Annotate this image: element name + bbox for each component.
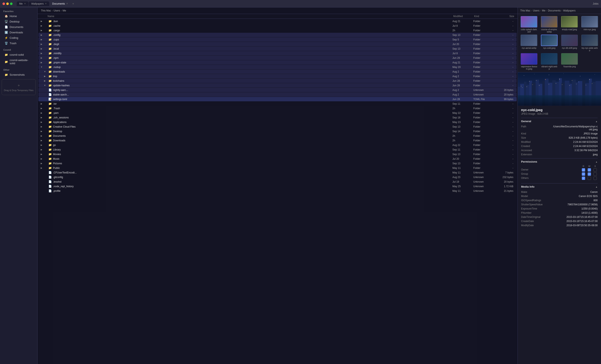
row-expand[interactable]: ▶ (40, 103, 48, 105)
table-row[interactable]: ▶ 📁 Library Sep 11 Folder - (38, 147, 517, 152)
table-row[interactable]: 📄 .gitconfig Aug 23 Unknown 232 bytes (38, 175, 517, 179)
table-row[interactable]: ▶ 📁 Desktop Sep 14 Folder - (38, 129, 517, 134)
table-row[interactable]: ▶ 📁 Documents 2h Folder - (38, 134, 517, 138)
perm-check-w[interactable] (588, 177, 591, 180)
tab-me-close[interactable]: ✕ (24, 2, 26, 5)
row-expand[interactable]: ▶ (40, 121, 48, 123)
row-expand[interactable]: ▶ (40, 139, 48, 142)
sidebar-item-cosmil-solid[interactable]: 📁cosmil-solid (1, 52, 36, 57)
perm-check-r[interactable]: ✓ (582, 168, 585, 172)
row-expand[interactable]: ▶ (40, 125, 48, 128)
table-row[interactable]: ▼ 📁 .rustup May 20 Folder - (38, 65, 517, 69)
general-header[interactable]: General ▲ (521, 118, 598, 125)
table-row[interactable]: ▶ 📁 Downloads 2h Folder - (38, 138, 517, 143)
table-row[interactable]: ▶ 📁 .cargo 2h Folder - (38, 28, 517, 32)
breadcrumb-me[interactable]: Me (63, 9, 66, 12)
table-row[interactable]: 📝 settings.toml Jun 28 TOML File 99 byte… (38, 97, 517, 101)
row-expand[interactable]: ▶ (40, 43, 48, 45)
row-expand[interactable]: ▶ (40, 153, 48, 155)
col-modified-header[interactable]: Modified (453, 15, 474, 18)
row-expand[interactable]: ▶ (40, 116, 48, 119)
wp-bc-me[interactable]: Me (542, 9, 545, 12)
row-expand[interactable]: ▶ (40, 135, 48, 137)
wallpaper-item[interactable]: color-splash-dark.avif (520, 16, 538, 33)
wallpaper-item[interactable]: mini-nyc.jpeg (580, 16, 599, 33)
row-expand[interactable]: ▶ (40, 20, 48, 22)
table-row[interactable]: ▶ 📁 Pictures Sep 13 Folder - (38, 161, 517, 165)
table-row[interactable]: ▶ 📁 toolchains Jun 28 Folder - (38, 79, 517, 83)
table-row[interactable]: 📄 stable-aarch... Aug 2 Unknown 20 bytes (38, 92, 517, 97)
sidebar-item-desktop[interactable]: 🖥️Desktop (1, 19, 36, 24)
table-row[interactable]: ▶ 📁 .local Sep 13 Folder - (38, 47, 517, 51)
sidebar-item-trash[interactable]: 🗑️Trash (1, 41, 36, 46)
table-row[interactable]: ▶ 📁 Movies Sep 13 Folder - (38, 152, 517, 156)
table-row[interactable]: ▶ 📁 .mintlify Jul 8 Folder - (38, 51, 517, 56)
drag-drop-area[interactable]: ＋ Drag & Drop Temporary Files (2, 79, 36, 95)
tab-wallpapers-close[interactable]: ✕ (45, 2, 47, 5)
col-size-header[interactable]: Size (499, 15, 516, 18)
table-row[interactable]: ▶ 📁 Public May 11 Folder - (38, 166, 517, 170)
table-row[interactable]: 📄 .profile May 11 Unknown 21 bytes (38, 189, 517, 193)
wallpaper-item[interactable]: nyc-cold.jpeg (540, 35, 559, 51)
breadcrumb-thismac[interactable]: This Mac (41, 9, 51, 12)
perm-check-r[interactable]: ✓ (582, 172, 585, 176)
wallpaper-item[interactable]: course-of-empire.webp (540, 16, 559, 33)
close-button[interactable] (2, 2, 5, 5)
perm-check-x[interactable] (593, 177, 597, 180)
perm-check-x[interactable] (593, 168, 597, 172)
table-row[interactable]: ▶ 📁 Creative Cloud Files Sep 13 Folder - (38, 125, 517, 129)
table-row[interactable]: 📄 .node_repl_history May 25 Unknown 1.72… (38, 184, 517, 189)
row-expand[interactable]: ▶ (40, 25, 48, 27)
table-row[interactable]: ▶ 📁 .bun Aug 21 Folder - (38, 19, 517, 23)
sidebar-item-downloads[interactable]: ⬇️Downloads (1, 30, 36, 35)
row-expand[interactable]: ▶ (40, 130, 48, 132)
wp-bc-users[interactable]: Users (533, 9, 540, 12)
maximize-button[interactable] (10, 2, 12, 5)
sidebar-item-cosmil-website-solid[interactable]: 📁cosmil-website-solid (1, 57, 36, 66)
row-expand[interactable]: ▶ (40, 112, 48, 114)
row-expand[interactable]: ▶ (40, 75, 48, 77)
wp-bc-wallpapers[interactable]: Wallpapers (563, 9, 576, 12)
tab-documents-close[interactable]: ✕ (66, 2, 68, 5)
table-row[interactable]: ▶ 📁 Music Jul 20 Folder - (38, 157, 517, 161)
row-expand[interactable]: ▶ (40, 80, 48, 82)
sidebar-item-coding[interactable]: ⚡Coding (1, 35, 36, 40)
row-expand[interactable]: ▼ (40, 84, 48, 86)
row-expand[interactable]: ▶ (40, 167, 48, 169)
wallpaper-item[interactable]: Yosemite.png (560, 53, 579, 70)
table-row[interactable]: ▶ 📁 .cups Sep 5 Folder - (38, 37, 517, 42)
table-row[interactable]: ▶ 📁 tmp Aug 2 Folder - (38, 74, 517, 78)
sidebar-item-home[interactable]: 🏠Home (1, 14, 36, 19)
table-row[interactable]: ▶ 📁 go Aug 22 Folder - (38, 143, 517, 147)
table-row[interactable]: 📄 .CFUserTextEncodi... May 11 Unknown 7 … (38, 170, 517, 175)
wallpaper-item[interactable]: toy-nyc-wide.webp (580, 35, 599, 51)
row-expand[interactable]: ▶ (40, 144, 48, 146)
row-expand[interactable]: ▼ (40, 70, 48, 73)
table-row[interactable]: ▶ 📁 .zsh_sessions Sep 18 Folder - (38, 115, 517, 120)
table-row[interactable]: ▶ 📁 .tor Sep 11 Folder - (38, 102, 517, 106)
sidebar-item-documents[interactable]: 📄Documents (1, 24, 36, 30)
wp-bc-documents[interactable]: Documents (548, 9, 561, 12)
row-expand[interactable]: ▶ (40, 148, 48, 151)
perm-check-w[interactable]: ✓ (588, 172, 591, 176)
row-expand[interactable]: ▼ (40, 66, 48, 68)
row-expand[interactable]: ▶ (40, 29, 48, 31)
col-kind-header[interactable]: Kind (474, 15, 499, 18)
wallpaper-item[interactable]: empty-road.jpeg (560, 16, 579, 33)
table-row[interactable]: 📄 .lesshst Jul 19 Unknown 20 bytes (38, 180, 517, 184)
row-expand[interactable]: ▶ (40, 158, 48, 160)
table-row[interactable]: ▶ 📁 Applications May 23 Folder - (38, 120, 517, 124)
perm-check-r[interactable]: ✓ (582, 177, 585, 180)
wallpaper-item[interactable]: nyc-tilt-shift.jpeg (560, 35, 579, 51)
breadcrumb-users[interactable]: Users (54, 9, 60, 12)
row-expand[interactable]: ▶ (40, 38, 48, 41)
row-expand[interactable]: ▶ (40, 61, 48, 64)
wallpaper-item[interactable]: vibrant-night.webp (540, 53, 559, 70)
minimize-button[interactable] (6, 2, 9, 5)
table-row[interactable]: ▶ 📁 .npm Jun 29 Folder - (38, 56, 517, 60)
tab-wallpapers[interactable]: Wallpapers ✕ (29, 1, 50, 6)
table-row[interactable]: ▶ 📁 .Trash 2h Folder - (38, 106, 517, 111)
tab-documents[interactable]: Documents ✕ (50, 1, 70, 6)
permissions-header[interactable]: Permissions ▲ (521, 158, 598, 165)
row-expand[interactable]: ▶ (40, 57, 48, 59)
